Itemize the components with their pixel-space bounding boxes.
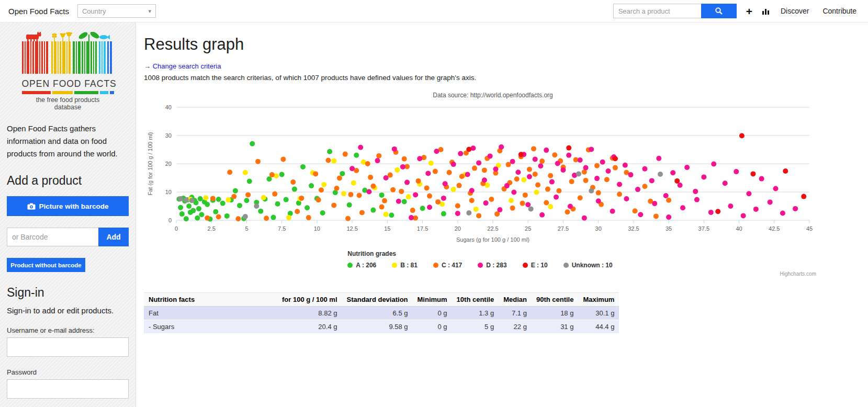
scatter-point[interactable] (741, 213, 746, 218)
scatter-point[interactable] (539, 212, 545, 218)
scatter-point[interactable] (459, 174, 465, 179)
scatter-point[interactable] (556, 188, 561, 194)
scatter-point[interactable] (515, 169, 521, 175)
scatter-point[interactable] (531, 146, 536, 151)
scatter-point[interactable] (656, 156, 661, 161)
scatter-point[interactable] (476, 160, 481, 165)
scatter-point[interactable] (334, 186, 340, 191)
add-barcode-button[interactable]: Add (98, 228, 129, 246)
scatter-point[interactable] (379, 205, 385, 210)
scatter-point[interactable] (243, 170, 248, 175)
scatter-point[interactable] (693, 189, 698, 194)
scatter-point[interactable] (684, 165, 690, 170)
scatter-point[interactable] (409, 215, 414, 220)
scatter-point[interactable] (538, 163, 543, 168)
scatter-point[interactable] (390, 187, 396, 193)
scatter-point[interactable] (427, 205, 432, 210)
scatter-point[interactable] (773, 186, 779, 191)
scatter-point[interactable] (578, 195, 583, 200)
scatter-point[interactable] (258, 209, 263, 214)
scatter-point[interactable] (694, 197, 700, 202)
scatter-point[interactable] (309, 183, 314, 188)
scatter-point[interactable] (582, 216, 587, 221)
scatter-point[interactable] (723, 180, 728, 186)
scatter-point[interactable] (499, 144, 504, 150)
scatter-point[interactable] (552, 152, 557, 157)
scatter-point[interactable] (649, 178, 655, 183)
scatter-point[interactable] (728, 204, 733, 209)
scatter-point[interactable] (483, 200, 489, 206)
scatter-point[interactable] (447, 170, 452, 175)
scatter-point[interactable] (617, 191, 622, 197)
scatter-point[interactable] (680, 205, 685, 210)
scatter-point[interactable] (284, 197, 289, 202)
country-dropdown[interactable]: Country ▾ (77, 4, 156, 18)
scatter-point[interactable] (340, 171, 345, 176)
scatter-point[interactable] (604, 177, 610, 182)
scatter-point[interactable] (370, 208, 376, 213)
scatter-point[interactable] (198, 196, 203, 201)
scatter-point[interactable] (527, 167, 532, 172)
scatter-point[interactable] (469, 188, 475, 193)
scatter-point[interactable] (306, 215, 311, 220)
scatter-point[interactable] (715, 209, 720, 214)
scatter-point[interactable] (347, 202, 352, 208)
scatter-point[interactable] (250, 141, 255, 146)
scatter-point[interactable] (635, 187, 640, 192)
scatter-point[interactable] (606, 168, 611, 174)
scatter-point[interactable] (220, 201, 226, 206)
scatter-point[interactable] (366, 189, 371, 195)
scatter-point[interactable] (642, 166, 647, 172)
scatter-point[interactable] (633, 208, 638, 213)
scatter-point[interactable] (299, 196, 304, 201)
openfoodfacts-logo[interactable]: OPEN FOOD FACTS the free food products d… (22, 32, 114, 111)
legend-item-e[interactable]: E : 10 (523, 262, 548, 269)
scatter-point[interactable] (321, 182, 326, 187)
scatter-point[interactable] (247, 179, 252, 184)
scatter-point[interactable] (510, 159, 515, 164)
scatter-point[interactable] (305, 205, 310, 210)
scatter-point[interactable] (544, 148, 549, 153)
scatter-point[interactable] (406, 194, 411, 199)
product-without-barcode-button[interactable]: Product without barcode (7, 258, 85, 272)
scatter-point[interactable] (416, 178, 421, 184)
scatter-point[interactable] (275, 201, 280, 207)
scatter-point[interactable] (316, 197, 321, 202)
scatter-point[interactable] (465, 172, 470, 177)
scatter-point[interactable] (319, 187, 324, 193)
scatter-point[interactable] (474, 207, 479, 212)
scatter-point[interactable] (376, 153, 381, 159)
scatter-point[interactable] (750, 171, 756, 176)
scatter-point[interactable] (205, 202, 210, 207)
scatter-point[interactable] (341, 191, 346, 196)
scatter-point[interactable] (566, 153, 571, 158)
scatter-point[interactable] (663, 193, 669, 198)
scatter-point[interactable] (184, 197, 189, 202)
scatter-point[interactable] (555, 161, 560, 166)
scatter-point[interactable] (455, 211, 460, 216)
scatter-point[interactable] (272, 191, 277, 197)
scatter-point[interactable] (493, 166, 498, 172)
scatter-point[interactable] (394, 167, 400, 173)
scatter-point[interactable] (511, 190, 516, 195)
scatter-point[interactable] (271, 215, 276, 220)
scatter-point[interactable] (358, 145, 363, 150)
scatter-point[interactable] (402, 156, 407, 162)
scatter-point[interactable] (365, 161, 370, 166)
scatter-point[interactable] (331, 202, 336, 208)
scatter-point[interactable] (327, 149, 332, 154)
scatter-point[interactable] (178, 196, 183, 201)
add-product-icon[interactable]: + (744, 6, 754, 17)
scatter-point[interactable] (399, 189, 404, 194)
scatter-point[interactable] (589, 188, 594, 194)
scatter-point[interactable] (510, 206, 515, 211)
scatter-point[interactable] (578, 157, 583, 163)
scatter-point[interactable] (488, 153, 493, 159)
graph-icon[interactable] (762, 7, 770, 15)
scatter-point[interactable] (666, 214, 671, 220)
scatter-point[interactable] (458, 151, 463, 156)
scatter-point[interactable] (351, 180, 356, 186)
scatter-point[interactable] (533, 156, 538, 162)
nav-contribute[interactable]: Contribute (819, 7, 860, 15)
scatter-point[interactable] (548, 173, 553, 178)
